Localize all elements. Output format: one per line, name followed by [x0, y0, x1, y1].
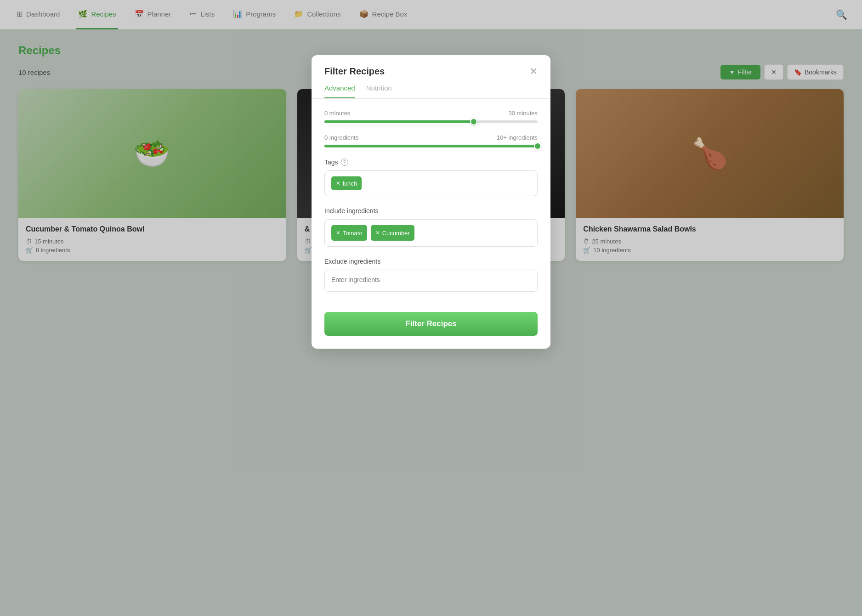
- tag-label: lunch: [343, 180, 357, 187]
- time-slider-track[interactable]: [324, 120, 538, 123]
- tags-box[interactable]: ✕ lunch: [324, 170, 538, 196]
- ingredient-chip-cucumber[interactable]: ✕ Cucumber: [371, 225, 414, 241]
- ingredient-remove-icon-1: ✕: [336, 230, 340, 236]
- modal-tabs: Advanced Nutrition: [312, 79, 550, 99]
- ingredient-label-2: Cucumber: [382, 230, 410, 237]
- tag-chip-lunch[interactable]: ✕ lunch: [331, 176, 362, 190]
- ingredients-slider-track[interactable]: [324, 145, 538, 147]
- exclude-box[interactable]: [324, 270, 538, 292]
- modal-overlay[interactable]: Filter Recipes ✕ Advanced Nutrition 0 mi…: [0, 0, 862, 616]
- ingredients-max-label: 10+ ingredients: [497, 134, 538, 141]
- tags-section: Tags ? ✕ lunch: [324, 158, 538, 196]
- exclude-ingredients-section: Exclude ingredients: [324, 258, 538, 292]
- time-min-label: 0 minutes: [324, 110, 350, 117]
- tab-advanced[interactable]: Advanced: [324, 79, 355, 98]
- tags-help-icon: ?: [341, 158, 348, 166]
- ingredients-min-label: 0 ingredients: [324, 134, 358, 141]
- ingredients-slider-thumb[interactable]: [534, 142, 541, 150]
- tags-label: Tags ?: [324, 158, 538, 166]
- time-labels: 0 minutes 30 minutes: [324, 110, 538, 117]
- modal-body: 0 minutes 30 minutes 0 ingredients 10+ i…: [312, 110, 550, 349]
- time-filter-section: 0 minutes 30 minutes: [324, 110, 538, 123]
- ingredient-remove-icon-2: ✕: [375, 230, 380, 236]
- exclude-label: Exclude ingredients: [324, 258, 538, 265]
- tag-remove-icon: ✕: [336, 180, 340, 186]
- modal-title: Filter Recipes: [324, 66, 529, 77]
- filter-recipes-button[interactable]: Filter Recipes: [324, 312, 538, 336]
- include-ingredients-box[interactable]: ✕ Tomato ✕ Cucumber: [324, 219, 538, 247]
- include-ingredients-section: Include ingredients ✕ Tomato ✕ Cucumber: [324, 207, 538, 247]
- include-label: Include ingredients: [324, 207, 538, 215]
- ingredients-count-filter-section: 0 ingredients 10+ ingredients: [324, 134, 538, 147]
- exclude-input[interactable]: [331, 276, 531, 283]
- modal-close-button[interactable]: ✕: [529, 67, 538, 77]
- ingredient-label-1: Tomato: [343, 230, 363, 237]
- time-slider-fill: [324, 120, 474, 123]
- modal-header: Filter Recipes ✕: [312, 55, 550, 77]
- ingredients-slider-fill: [324, 145, 538, 147]
- tab-nutrition[interactable]: Nutrition: [366, 79, 392, 98]
- ingredient-chip-tomato[interactable]: ✕ Tomato: [331, 225, 367, 241]
- time-slider-thumb[interactable]: [470, 118, 477, 125]
- time-max-label: 30 minutes: [508, 110, 538, 117]
- filter-modal: Filter Recipes ✕ Advanced Nutrition 0 mi…: [312, 55, 550, 349]
- ingredients-count-labels: 0 ingredients 10+ ingredients: [324, 134, 538, 141]
